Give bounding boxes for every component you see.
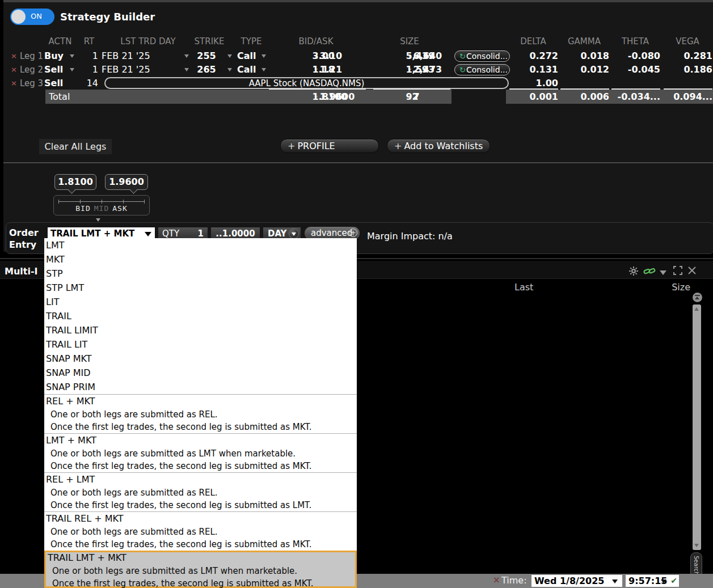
bid-ask-value: 1.18x1.21	[270, 63, 362, 77]
theta-value: -0.045	[610, 63, 660, 77]
dropdown-item[interactable]: STP	[44, 266, 357, 281]
strike-select[interactable]: 255	[191, 49, 222, 63]
order-type-dropdown: LMT MKT STP STP LMT LIT TRAIL TRAIL LIMI…	[44, 238, 357, 588]
action-select[interactable]: Buy	[44, 49, 69, 63]
arrow-down-icon	[694, 544, 699, 547]
chevron-down-icon	[661, 579, 666, 583]
total-gamma: 0.006	[559, 90, 609, 104]
scroll-top-icon	[695, 295, 700, 296]
add-to-watchlists-button[interactable]: +Add to Watchlists	[387, 139, 490, 153]
column-header-rt: RT	[79, 36, 99, 48]
dropdown-item[interactable]: SNAP PRIM	[44, 380, 357, 394]
dropdown-item[interactable]: TRAIL LIMIT	[44, 323, 357, 337]
dropdown-item[interactable]: SNAP MKT	[44, 352, 357, 366]
type-select[interactable]: Call	[237, 49, 260, 63]
rt-value: 1	[82, 63, 98, 77]
close-time-icon[interactable]: ×	[493, 575, 500, 585]
check-icon: ✔	[670, 575, 677, 587]
action-select[interactable]: Sell	[44, 77, 69, 90]
bid-price-button[interactable]: 1.8100	[54, 174, 96, 190]
dropdown-group-item[interactable]: LMT + MKT One or both legs are submitted…	[44, 433, 357, 472]
dropdown-item[interactable]: MKT	[44, 252, 357, 266]
delta-value: 0.272	[508, 49, 558, 63]
profile-button[interactable]: +PROFILE	[280, 139, 379, 153]
bid-mid-ask-slider[interactable]: BIDMIDASK	[53, 195, 150, 215]
column-header-theta: THETA	[610, 36, 660, 48]
rt-value: 14	[82, 77, 98, 90]
remove-leg-icon[interactable]: ×	[11, 49, 19, 63]
dropdown-item[interactable]: STP LMT	[44, 281, 357, 295]
column-header-actn: ACTN	[44, 36, 76, 48]
dropdown-group-item[interactable]: REL + LMT One or both legs are submitted…	[44, 472, 357, 511]
plus-icon: +	[394, 141, 402, 151]
consolidator-button[interactable]: ↻Consolid...	[454, 50, 510, 62]
search-tab-label: Search	[693, 556, 699, 575]
vega-value: 0.281	[663, 49, 712, 63]
expand-icon[interactable]	[673, 266, 682, 277]
panel-title: Multi-I	[5, 266, 38, 277]
link-icon[interactable]	[643, 267, 656, 278]
page-title: Strategy Builder	[60, 11, 155, 23]
arrow-up-icon	[694, 307, 699, 311]
total-row: Total 1.8100x1.9600 92x7 0.001 0.006 -0.…	[3, 90, 713, 104]
column-header-gamma: GAMMA	[559, 36, 609, 48]
column-header-size: Size	[658, 282, 690, 293]
dropdown-group-item[interactable]: TRAIL REL + MKT One or both legs are sub…	[44, 511, 357, 551]
column-header-bidask: BID/ASK	[270, 36, 362, 48]
toggle-knob	[11, 10, 26, 24]
column-header-last: Last	[514, 282, 533, 293]
close-icon[interactable]	[687, 266, 697, 277]
tick	[144, 200, 145, 204]
ask-price-button[interactable]: 1.9600	[105, 174, 148, 190]
clear-all-legs-button[interactable]: Clear All Legs	[39, 139, 112, 154]
total-label: Total	[49, 90, 70, 104]
last-trade-day-select[interactable]: FEB 21 '25	[102, 49, 181, 63]
gamma-value: 0.012	[559, 63, 609, 77]
total-theta: -0.034...	[610, 90, 660, 104]
consolidator-button[interactable]: ↻Consolid...	[454, 64, 510, 75]
size-value: 1,593x2,473	[364, 63, 455, 77]
chevron-down-icon	[145, 232, 151, 236]
tick	[123, 200, 124, 204]
date-input[interactable]: Wed 1/8/2025	[531, 575, 622, 587]
last-trade-day-select[interactable]: FEB 21 '25	[102, 63, 181, 77]
remove-leg-icon[interactable]: ×	[11, 77, 19, 90]
time-label: Time:	[501, 575, 527, 586]
plus-icon: +	[288, 141, 295, 151]
dropdown-item[interactable]: LIT	[44, 295, 357, 309]
remove-leg-icon[interactable]: ×	[11, 63, 19, 77]
chevron-down-icon	[96, 218, 100, 222]
strike-select[interactable]: 265	[191, 63, 222, 77]
dropdown-item[interactable]: SNAP MID	[44, 366, 357, 380]
action-select[interactable]: Sell	[44, 63, 69, 77]
column-header-strike: STRIKE	[191, 36, 228, 48]
dropdown-item[interactable]: LMT	[44, 238, 357, 252]
total-vega: 0.094...	[663, 90, 712, 104]
size-value: 5,439x6,640	[364, 49, 455, 63]
theta-value: -0.080	[610, 49, 660, 63]
scrollbar-thumb[interactable]	[693, 304, 701, 550]
instrument-pill[interactable]: AAPL Stock (NASDAQ.NMS)	[104, 77, 509, 89]
type-select[interactable]: Call	[237, 63, 260, 77]
gear-icon[interactable]	[628, 266, 639, 278]
column-header-size: SIZE	[364, 36, 455, 48]
app-window: ON Strategy Builder ACTN RT LST TRD DAY …	[0, 0, 713, 588]
bid-ask-value: 3.00x3.10	[270, 49, 362, 63]
column-header-lst-trd-day: LST TRD DAY	[114, 36, 182, 48]
dropdown-group-item-selected[interactable]: TRAIL LMT + MKT One or both legs are sub…	[44, 551, 357, 588]
total-size: 92x7	[364, 90, 455, 104]
delta-value: 0.131	[508, 63, 558, 77]
column-header-vega: VEGA	[663, 36, 712, 48]
arrow-up-icon	[695, 297, 699, 299]
leg-row-1: × Leg 1 Buy 1 FEB 21 '25 255 Call 3.00x3…	[3, 49, 713, 63]
leg-label: Leg 2	[20, 63, 45, 77]
chevron-down-icon[interactable]	[660, 270, 666, 275]
dropdown-item[interactable]: TRAIL LIT	[44, 337, 357, 352]
time-input[interactable]: 9:57:15 ✔	[626, 575, 679, 587]
strategy-builder-toggle[interactable]: ON	[10, 9, 54, 25]
scroll-to-top-button[interactable]	[693, 293, 702, 302]
chevron-down-icon	[612, 579, 618, 583]
dropdown-item[interactable]: TRAIL	[44, 309, 357, 323]
vega-value: 0.186	[663, 63, 712, 77]
dropdown-group-item[interactable]: REL + MKT One or both legs are submitted…	[44, 394, 357, 433]
